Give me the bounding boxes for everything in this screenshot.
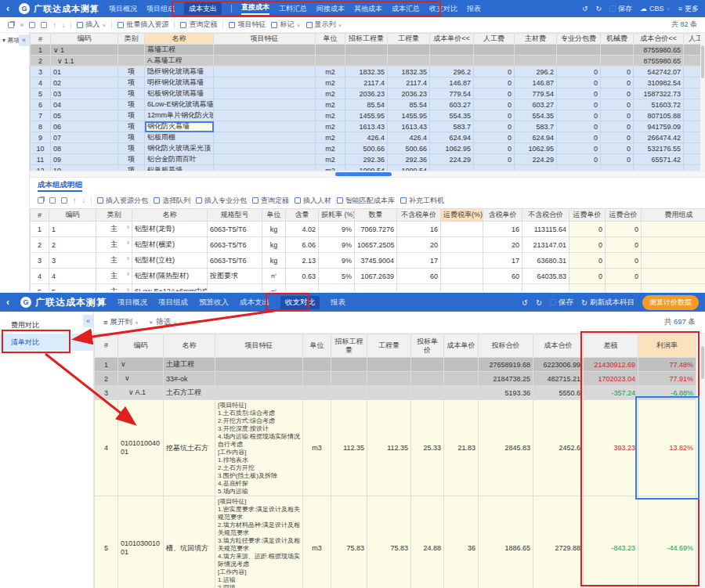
cell[interactable]: 项 bbox=[118, 110, 145, 121]
column-header[interactable]: 编码 bbox=[118, 334, 164, 358]
table-row[interactable]: 1109项铝合金防雨百叶m2292.36292.36224.290224.290… bbox=[31, 154, 705, 165]
cell[interactable] bbox=[441, 237, 483, 253]
column-header[interactable]: 运费合价 bbox=[606, 209, 642, 222]
cell[interactable] bbox=[444, 386, 479, 400]
cell[interactable] bbox=[515, 165, 557, 171]
column-header[interactable]: 规格型号 bbox=[208, 209, 262, 222]
cell[interactable]: ㎡ bbox=[262, 269, 286, 284]
column-header[interactable]: 利润率 bbox=[638, 334, 696, 358]
cell[interactable]: 6 bbox=[31, 99, 51, 110]
insert-professional-sub-button[interactable]: 插入专业分包 bbox=[196, 196, 247, 206]
cell[interactable]: 36 bbox=[444, 496, 479, 588]
cell[interactable]: 5 bbox=[31, 88, 51, 99]
cell[interactable]: 4 bbox=[31, 78, 51, 88]
cell[interactable]: m3 bbox=[303, 400, 331, 496]
cell[interactable]: 03 bbox=[51, 88, 118, 99]
cell[interactable]: 5550.6 bbox=[533, 386, 584, 400]
cell[interactable]: 266474.42 bbox=[634, 132, 684, 143]
cell[interactable]: 292.36 bbox=[388, 154, 430, 165]
cell[interactable]: 钢化防火玻璃采光顶 bbox=[145, 143, 214, 154]
cell[interactable] bbox=[316, 56, 345, 67]
cell[interactable] bbox=[397, 284, 441, 292]
cell[interactable]: m2 bbox=[316, 88, 345, 99]
column-header[interactable]: 名称 bbox=[132, 209, 208, 222]
cell[interactable]: 6063-T5/T6 bbox=[208, 237, 262, 253]
column-header[interactable]: 专业分包费 bbox=[557, 34, 601, 45]
cell[interactable] bbox=[303, 386, 331, 400]
tab-reports[interactable]: 报表 bbox=[331, 298, 345, 308]
cell[interactable]: 铝单板幕墙 bbox=[145, 165, 214, 171]
cell[interactable]: 10657.2505 bbox=[355, 237, 397, 253]
cell[interactable]: 112.35 bbox=[367, 400, 411, 496]
cell[interactable] bbox=[441, 284, 483, 292]
cell[interactable]: 2 bbox=[31, 237, 49, 253]
cell[interactable]: 挖基坑土石方 bbox=[164, 400, 215, 496]
cell[interactable]: 77.91% bbox=[638, 372, 696, 386]
cell[interactable]: 17 bbox=[397, 253, 441, 269]
cell[interactable]: 5 bbox=[95, 496, 118, 588]
cell[interactable]: m2 bbox=[316, 121, 345, 132]
cell[interactable] bbox=[634, 165, 684, 171]
cell[interactable]: 16 bbox=[397, 222, 441, 237]
paste-icon[interactable] bbox=[49, 197, 56, 204]
column-header[interactable]: # bbox=[31, 209, 49, 222]
column-header[interactable]: 损耗率 (%) bbox=[319, 209, 355, 222]
cell[interactable]: 292.36 bbox=[345, 154, 388, 165]
cell[interactable]: 0 bbox=[474, 154, 515, 165]
cell[interactable] bbox=[642, 253, 705, 269]
column-header[interactable]: 差额 bbox=[584, 334, 638, 358]
column-header[interactable]: 编码 bbox=[51, 34, 118, 45]
cell[interactable]: 0 bbox=[557, 143, 601, 154]
cell[interactable]: 3 bbox=[31, 67, 51, 78]
cell[interactable]: 项 bbox=[118, 132, 145, 143]
cell[interactable] bbox=[345, 56, 388, 67]
cell[interactable]: 0 bbox=[601, 154, 634, 165]
copy-icon[interactable] bbox=[38, 197, 44, 204]
cell[interactable]: 项 bbox=[118, 99, 145, 110]
cell[interactable]: 12mm单片钢化防火玻璃… bbox=[145, 110, 214, 121]
cell[interactable]: 583.7 bbox=[430, 121, 474, 132]
cell[interactable]: 779.54 bbox=[430, 88, 474, 99]
smart-match-cost-library-button[interactable]: 智能匹配成本库 bbox=[337, 196, 395, 206]
cell[interactable]: ∨ A.1 bbox=[118, 386, 164, 400]
cell[interactable]: 296.2 bbox=[515, 67, 557, 78]
table-row[interactable]: 1210项铝单板幕墙m21099.541099.54 bbox=[31, 165, 705, 171]
cell[interactable]: 5193.36 bbox=[479, 386, 533, 400]
cell[interactable]: 60 bbox=[397, 269, 441, 284]
cell[interactable]: 3 bbox=[49, 253, 96, 269]
cell[interactable] bbox=[444, 358, 479, 372]
save-button[interactable]: 保存 bbox=[550, 298, 573, 308]
cell[interactable]: 542742.07 bbox=[634, 67, 684, 78]
cell[interactable]: 63680.31 bbox=[522, 253, 569, 269]
column-header[interactable]: 人工费 bbox=[474, 34, 515, 45]
cell[interactable]: 213147.01 bbox=[522, 237, 569, 253]
cell[interactable]: 项 bbox=[118, 143, 145, 154]
column-header[interactable]: 单位 bbox=[303, 334, 331, 358]
cell[interactable] bbox=[215, 358, 303, 372]
mark-button[interactable]: 标记∨ bbox=[271, 20, 300, 30]
column-header[interactable]: 单位 bbox=[316, 34, 345, 45]
cell[interactable]: 1587322.73 bbox=[634, 88, 684, 99]
cell[interactable]: ∨ bbox=[118, 358, 164, 372]
cell[interactable]: m2 bbox=[316, 110, 345, 121]
cell[interactable]: 0 bbox=[601, 99, 634, 110]
cell[interactable] bbox=[388, 56, 430, 67]
cell[interactable]: 64035.83 bbox=[522, 269, 569, 284]
column-header[interactable]: 成本单价<< bbox=[430, 34, 474, 45]
insert-button[interactable]: 插入∨ bbox=[77, 20, 106, 30]
cell[interactable]: -44.69% bbox=[638, 496, 696, 588]
table-row[interactable]: 5010103001001槽、坑回填方[项目特征] 1.密实度要求:满足设计及相… bbox=[95, 496, 696, 588]
cell[interactable]: [项目特征] 1.密实度要求:满足设计及相关规范要求 2.填方材料品种:满足设计… bbox=[215, 496, 303, 588]
delete-icon[interactable] bbox=[61, 197, 67, 204]
cell[interactable]: 铝型材(立柱) bbox=[132, 253, 208, 269]
cell[interactable]: 主 bbox=[96, 269, 132, 284]
tab-reports[interactable]: 报表 bbox=[467, 4, 481, 14]
cell[interactable] bbox=[411, 372, 444, 386]
cell[interactable]: 146.87 bbox=[515, 78, 557, 88]
cell[interactable]: 603.27 bbox=[515, 99, 557, 110]
query-quota-button[interactable]: 查询定额 bbox=[252, 196, 289, 206]
tab-cost-expense[interactable]: 成本支出 bbox=[240, 298, 269, 308]
horizontal-scrollbar[interactable] bbox=[30, 171, 705, 177]
cbs-dropdown[interactable]: ☁CBS∨ bbox=[640, 5, 671, 13]
cell[interactable]: 224.29 bbox=[430, 154, 474, 165]
